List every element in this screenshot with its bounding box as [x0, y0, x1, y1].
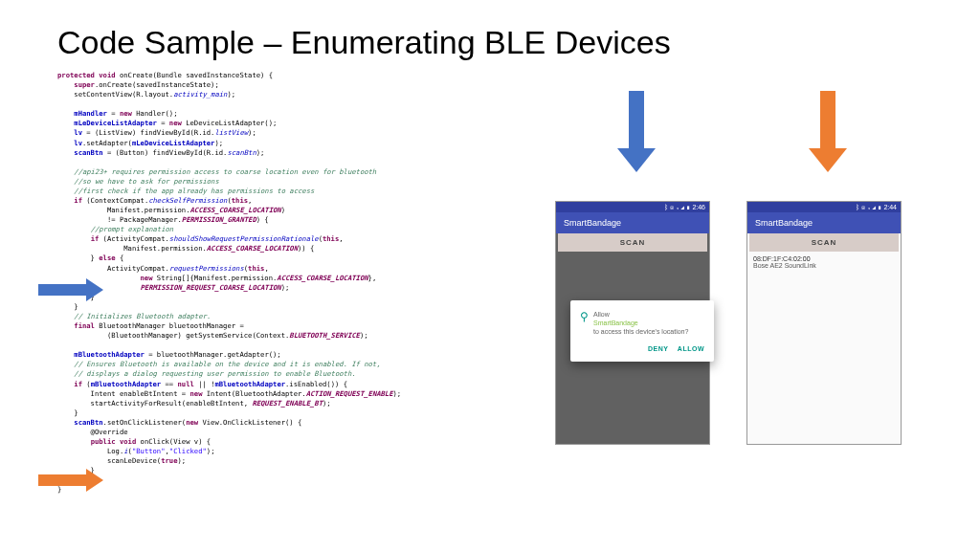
device-list-item[interactable]: 08:DF:1F:C4:02:00 Bose AE2 SoundLink [747, 252, 901, 273]
app-bar: SmartBandage [747, 212, 901, 233]
arrow-right-orange-icon [38, 469, 105, 492]
arrow-down-blue-icon [617, 91, 656, 177]
permission-dialog: ⚲ Allow SmartBandage to access this devi… [570, 300, 714, 362]
deny-button[interactable]: DENY [648, 345, 668, 352]
app-bar: SmartBandage [556, 212, 709, 233]
arrow-down-orange-icon [809, 91, 847, 177]
status-bar: ᛒ ◉ ▾ ◢ ▮ 2:46 [556, 202, 709, 212]
phone-mock-scan-result: ᛒ ◉ ▾ ◢ ▮ 2:44 SmartBandage SCAN 08:DF:1… [746, 201, 902, 445]
slide-title: Code Sample – Enumerating BLE Devices [57, 24, 923, 61]
scan-button[interactable]: SCAN [558, 233, 707, 252]
arrow-right-blue-icon [38, 278, 105, 301]
location-pin-icon: ⚲ [580, 310, 589, 323]
allow-button[interactable]: ALLOW [678, 345, 704, 352]
scan-button[interactable]: SCAN [749, 233, 899, 252]
phone-mock-permission: ᛒ ◉ ▾ ◢ ▮ 2:46 SmartBandage SCAN ⚲ Allow… [555, 201, 710, 445]
status-bar: ᛒ ◉ ▾ ◢ ▮ 2:44 [747, 202, 901, 212]
